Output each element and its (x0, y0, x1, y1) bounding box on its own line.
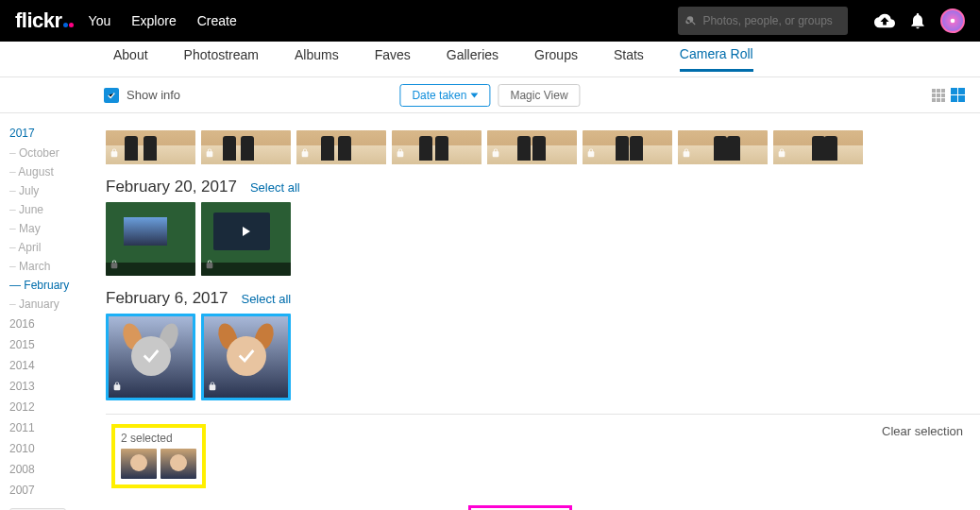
lock-icon (682, 146, 691, 161)
grid-small-icon[interactable] (932, 89, 945, 102)
tab-camera-roll[interactable]: Camera Roll (680, 46, 753, 72)
sidebar-year[interactable]: 2008 (9, 459, 100, 480)
options-row: Show info Date taken Magic View (0, 77, 980, 113)
selection-count: 2 selected (121, 432, 196, 445)
account-avatar[interactable] (940, 8, 965, 33)
tab-albums[interactable]: Albums (295, 47, 339, 72)
lock-icon (777, 146, 786, 161)
flickr-logo[interactable]: flickr (15, 8, 74, 33)
photo-thumb-selected[interactable] (201, 314, 291, 400)
lock-icon (491, 146, 500, 161)
main-area: 2017 OctoberAugustJulyJuneMayAprilMarchF… (0, 113, 980, 510)
group-title-1: February 6, 2017 (106, 289, 228, 308)
lock-icon (396, 146, 405, 161)
sidebar-year[interactable]: 2012 (9, 397, 100, 417)
camera-roll-content: /*placeholder*/ February 20, 2017 Select… (100, 113, 980, 510)
lock-icon (110, 258, 119, 272)
sidebar-month[interactable]: March (9, 257, 100, 276)
check-icon (236, 346, 257, 369)
lock-icon (205, 146, 214, 161)
sidebar-year[interactable]: 2016 (9, 314, 100, 334)
select-all-1[interactable]: Select all (241, 292, 291, 306)
photo-thumb[interactable] (392, 130, 482, 164)
selection-thumb[interactable] (121, 449, 157, 479)
sidebar-month[interactable]: February (9, 276, 100, 295)
nav-you[interactable]: You (89, 13, 111, 28)
photo-thumb[interactable] (201, 130, 291, 164)
lock-icon (205, 258, 214, 272)
sidebar-month[interactable]: April (9, 238, 100, 257)
group-title-0: February 20, 2017 (106, 178, 237, 196)
svg-marker-1 (470, 93, 478, 97)
sidebar-year[interactable]: 2007 (9, 480, 100, 501)
magic-view-button[interactable]: Magic View (498, 84, 580, 107)
upload-icon[interactable] (874, 10, 895, 31)
svg-point-0 (951, 19, 955, 24)
nav-create[interactable]: Create (197, 13, 237, 28)
tab-groups[interactable]: Groups (534, 47, 578, 72)
sidebar-month[interactable]: July (9, 181, 100, 200)
photo-thumb[interactable] (296, 130, 386, 164)
selection-bar: 2 selected Clear selection Privacy Edit (106, 414, 980, 510)
tab-galleries[interactable]: Galleries (447, 47, 498, 72)
lock-icon (110, 146, 119, 161)
sidebar-month[interactable]: August (9, 162, 100, 181)
show-info-label: Show info (127, 88, 180, 102)
search-box[interactable] (678, 7, 848, 35)
sidebar-year[interactable]: 2010 (9, 438, 100, 459)
tab-photostream[interactable]: Photostream (184, 47, 259, 72)
sidebar-month[interactable]: January (9, 295, 100, 314)
profile-subnav: About Photostream Albums Faves Galleries… (0, 42, 980, 77)
photo-thumb-selected[interactable] (106, 314, 195, 400)
selection-thumb[interactable] (161, 449, 196, 479)
photo-thumb[interactable] (106, 202, 195, 276)
lock-icon (300, 146, 310, 161)
grid-large-icon[interactable] (951, 88, 965, 102)
photo-thumb[interactable] (201, 202, 291, 276)
sidebar-year[interactable]: 2011 (9, 417, 100, 438)
photo-thumb[interactable] (106, 130, 195, 164)
chevron-down-icon (470, 92, 478, 99)
global-nav: flickr You Explore Create (0, 0, 980, 42)
sidebar-year[interactable]: 2014 (9, 355, 100, 376)
tab-about[interactable]: About (113, 47, 148, 72)
nav-explore[interactable]: Explore (131, 13, 176, 28)
notifications-icon[interactable] (908, 11, 927, 30)
lock-icon (112, 380, 122, 394)
lock-icon (586, 146, 596, 161)
download-action[interactable]: Download (468, 505, 572, 510)
photo-thumb[interactable] (487, 130, 577, 164)
tab-faves[interactable]: Faves (375, 47, 411, 72)
date-taken-dropdown[interactable]: Date taken (399, 84, 490, 107)
select-all-0[interactable]: Select all (250, 180, 300, 195)
search-input[interactable] (702, 14, 840, 27)
sidebar-month[interactable]: May (9, 219, 100, 238)
sidebar-year-active[interactable]: 2017 (9, 123, 100, 144)
sidebar-month[interactable]: June (9, 200, 100, 219)
photo-thumb[interactable] (678, 130, 768, 164)
photo-thumb[interactable] (773, 130, 863, 164)
action-bar: Privacy Edit Share Add to album Download (111, 488, 963, 510)
sidebar-month[interactable]: October (9, 144, 100, 162)
clear-selection[interactable]: Clear selection (882, 424, 963, 438)
sidebar-year[interactable]: 2013 (9, 376, 100, 397)
sidebar-year[interactable]: 2015 (9, 334, 100, 355)
selection-highlight: 2 selected (111, 424, 206, 488)
show-info-checkbox[interactable] (104, 88, 119, 103)
search-icon (685, 14, 697, 27)
check-icon (141, 346, 161, 369)
date-sidebar: 2017 OctoberAugustJulyJuneMayAprilMarchF… (0, 113, 100, 510)
photo-thumb[interactable] (583, 130, 672, 164)
lock-icon (208, 380, 217, 394)
tab-stats[interactable]: Stats (614, 47, 644, 72)
